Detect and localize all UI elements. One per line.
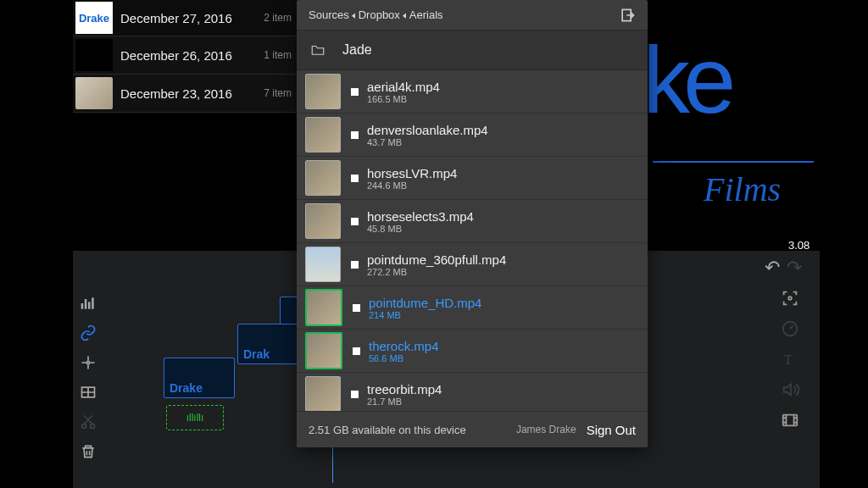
file-name: denversloanlake.mp4: [367, 123, 488, 137]
date-row[interactable]: December 23, 2016 7 item: [73, 75, 297, 113]
file-size: 244.6 MB: [367, 180, 457, 191]
file-name: treeorbit.mp4: [367, 382, 442, 396]
file-thumbnail: [305, 247, 341, 282]
file-thumbnail: [305, 117, 341, 152]
file-name: therock.mp4: [369, 339, 439, 353]
folder-icon: [309, 42, 327, 58]
stop-icon[interactable]: [353, 304, 360, 312]
folder-row[interactable]: Jade: [297, 30, 648, 70]
stop-icon[interactable]: [351, 218, 359, 225]
file-meta: horseselects3.mp445.8 MB: [367, 209, 474, 234]
brand-films-text: Films: [704, 169, 781, 209]
stop-icon[interactable]: [353, 347, 360, 355]
stop-icon[interactable]: [351, 88, 359, 96]
stop-icon[interactable]: [351, 131, 359, 139]
clip-label: Drak: [243, 347, 270, 361]
file-name: horsesLVR.mp4: [367, 166, 457, 180]
file-thumbnail: [305, 74, 341, 109]
cut-icon[interactable]: [78, 412, 98, 432]
date-label: December 27, 2016: [115, 11, 264, 25]
date-thumb: [75, 77, 113, 109]
date-count: 2 item: [264, 12, 297, 24]
connector-icon[interactable]: [78, 352, 98, 373]
file-row[interactable]: pointdume_360pfull.mp4272.2 MB: [297, 243, 648, 286]
import-icon[interactable]: [619, 7, 636, 26]
chevron-left-icon: ◂: [352, 8, 355, 21]
file-meta: denversloanlake.mp443.7 MB: [367, 123, 488, 147]
file-name: pointdume_HD.mp4: [369, 296, 481, 310]
date-count: 7 item: [264, 87, 297, 99]
stop-icon[interactable]: [351, 175, 359, 182]
file-row[interactable]: horseselects3.mp445.8 MB: [297, 200, 648, 243]
storage-text: 2.51 GB available on this device: [309, 424, 466, 436]
link-icon[interactable]: [78, 323, 98, 343]
file-row[interactable]: horsesLVR.mp4244.6 MB: [297, 157, 648, 200]
timeline-clip[interactable]: Drake: [164, 358, 235, 398]
file-size: 166.5 MB: [367, 94, 440, 104]
crumb[interactable]: Aerials: [409, 8, 443, 21]
file-name: aerial4k.mp4: [367, 80, 440, 94]
file-meta: horsesLVR.mp4244.6 MB: [367, 166, 457, 191]
file-size: 56.6 MB: [369, 353, 439, 363]
file-row[interactable]: therock.mp456.6 MB: [297, 330, 648, 373]
chevron-left-icon: ◂: [403, 8, 406, 21]
stop-icon[interactable]: [351, 391, 359, 398]
media-icon[interactable]: [770, 405, 810, 435]
file-name: horseselects3.mp4: [367, 209, 474, 224]
file-browser-popover: Sources◂ Dropbox◂ Aerials Jade aerial4k.…: [297, 0, 648, 447]
stop-icon[interactable]: [351, 261, 359, 269]
levels-icon[interactable]: [78, 293, 98, 313]
date-thumb-logo: Drake: [75, 2, 113, 34]
right-tool-rail: T: [770, 254, 810, 435]
file-meta: therock.mp456.6 MB: [369, 339, 439, 363]
file-row[interactable]: aerial4k.mp4166.5 MB: [297, 70, 648, 114]
trash-icon[interactable]: [78, 441, 98, 462]
file-size: 43.7 MB: [367, 137, 488, 147]
svg-rect-0: [81, 303, 84, 309]
focus-icon[interactable]: [770, 283, 810, 313]
file-thumbnail: [305, 203, 341, 239]
file-meta: treeorbit.mp421.7 MB: [367, 382, 442, 407]
brand-rule: [653, 161, 814, 163]
date-row[interactable]: December 26, 2016 1 item: [73, 36, 297, 75]
speed-icon[interactable]: [770, 313, 810, 344]
svg-text:T: T: [784, 352, 793, 368]
crumb[interactable]: Sources: [309, 8, 349, 21]
sign-out-button[interactable]: Sign Out: [587, 423, 636, 437]
svg-rect-3: [92, 297, 94, 308]
file-thumbnail: [305, 289, 342, 326]
folder-name: Jade: [342, 42, 372, 58]
svg-rect-1: [85, 299, 87, 309]
svg-rect-2: [88, 302, 91, 308]
left-tool-rail: [73, 284, 103, 471]
svg-point-8: [788, 297, 792, 300]
file-name: pointdume_360pfull.mp4: [367, 252, 506, 267]
file-row[interactable]: treeorbit.mp421.7 MB: [297, 373, 648, 416]
file-thumbnail: [305, 332, 342, 369]
file-meta: pointdume_HD.mp4214 MB: [369, 296, 481, 320]
breadcrumb[interactable]: Sources◂ Dropbox◂ Aerials: [297, 0, 648, 30]
file-row[interactable]: denversloanlake.mp443.7 MB: [297, 114, 648, 157]
layout-icon[interactable]: [78, 382, 98, 402]
preview-timestamp: 3.08: [788, 239, 810, 252]
file-row[interactable]: pointdume_HD.mp4214 MB: [297, 286, 648, 330]
date-thumb: [75, 39, 113, 71]
svg-point-4: [86, 361, 89, 363]
date-list: Drake December 27, 2016 2 item December …: [73, 0, 297, 113]
file-size: 45.8 MB: [367, 224, 474, 234]
file-thumbnail: [305, 160, 341, 196]
volume-icon[interactable]: [770, 374, 810, 405]
crumb[interactable]: Dropbox: [359, 8, 400, 21]
file-size: 214 MB: [369, 310, 481, 320]
brand-logo-fragment: ke: [643, 25, 729, 135]
svg-rect-11: [783, 415, 798, 426]
date-label: December 23, 2016: [115, 86, 264, 101]
svg-point-7: [91, 424, 95, 429]
audio-drop-slot[interactable]: ıllıllı: [166, 405, 224, 430]
user-name: James Drake: [516, 424, 576, 435]
file-meta: pointdume_360pfull.mp4272.2 MB: [367, 252, 506, 277]
date-label: December 26, 2016: [115, 48, 264, 63]
text-icon[interactable]: T: [770, 344, 810, 374]
date-row[interactable]: Drake December 27, 2016 2 item: [73, 0, 297, 36]
file-size: 21.7 MB: [367, 396, 442, 407]
